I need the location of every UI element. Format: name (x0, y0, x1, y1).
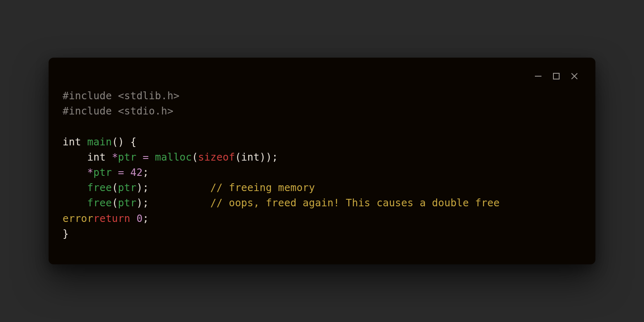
window-title-bar (63, 69, 581, 88)
punct: } (63, 228, 69, 240)
keyword: return (93, 212, 131, 224)
minimize-icon (534, 72, 542, 80)
identifier: ptr (118, 151, 137, 163)
svg-rect-1 (553, 73, 559, 79)
comment: // freeing memory (210, 182, 315, 194)
preprocessor-line: #include <stdio.h> (63, 105, 173, 117)
number-literal: 42 (130, 166, 142, 178)
indent (63, 197, 87, 209)
punct: () { (112, 136, 137, 148)
punct: ); (136, 182, 149, 194)
operator: = (112, 166, 131, 178)
punct: ; (142, 212, 149, 224)
operator: * (112, 151, 118, 163)
minimize-button[interactable] (534, 72, 543, 81)
close-icon (570, 72, 579, 80)
function-call: malloc (155, 151, 192, 163)
operator: * (87, 166, 93, 178)
type-keyword: int (87, 151, 106, 163)
punct: ( (235, 151, 241, 163)
function-call: free (87, 197, 112, 209)
pad (149, 197, 210, 209)
punct: ( (192, 151, 198, 163)
code-block[interactable]: #include <stdlib.h> #include <stdio.h> i… (63, 88, 581, 241)
space (130, 212, 136, 224)
operator: = (136, 151, 155, 163)
identifier: ptr (118, 182, 137, 194)
indent (63, 166, 87, 178)
punct: ); (136, 197, 149, 209)
number-literal: 0 (136, 212, 142, 224)
preprocessor-line: #include <stdlib.h> (63, 90, 180, 102)
error-text: error (63, 212, 93, 224)
punct: )); (259, 151, 278, 163)
indent (63, 182, 87, 194)
pad (149, 182, 210, 194)
close-button[interactable] (570, 72, 579, 81)
indent (63, 151, 87, 163)
identifier: ptr (93, 166, 112, 178)
punct: ( (112, 182, 118, 194)
terminal-window: #include <stdlib.h> #include <stdio.h> i… (49, 58, 595, 264)
maximize-button[interactable] (552, 72, 561, 81)
identifier: ptr (118, 197, 137, 209)
function-name: main (87, 136, 112, 148)
punct: ; (142, 166, 149, 178)
maximize-icon (552, 72, 560, 80)
comment: // oops, freed again! This causes a doub… (210, 197, 506, 209)
function-call: free (87, 182, 112, 194)
keyword: sizeof (198, 151, 235, 163)
stage: #include <stdlib.h> #include <stdio.h> i… (0, 0, 644, 322)
type-keyword: int (63, 136, 81, 148)
punct: ( (112, 197, 118, 209)
type-keyword: int (241, 151, 260, 163)
